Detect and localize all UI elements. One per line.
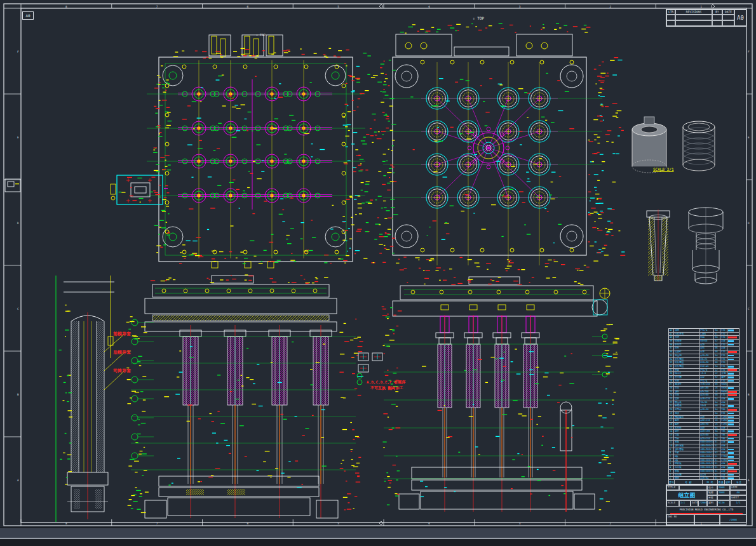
svg-text:F: F (17, 50, 19, 53)
scale-note: SCALE 2/1 (653, 167, 674, 171)
drawing-title: 组立图 (666, 490, 707, 500)
bom-table: 42油嘴PT1/404STD41行程开关LXW501STD40吊环M2404ST… (668, 328, 739, 480)
title-label: TITLE (666, 485, 679, 490)
svg-text:7: 7 (156, 5, 158, 8)
rev-header-revisions: REVISIONS (675, 10, 712, 15)
svg-text:A: A (748, 479, 750, 482)
dwgno-value (694, 514, 720, 525)
misc-symbols (356, 348, 388, 380)
svg-text:2: 2 (609, 5, 611, 8)
dim-strings-left-gap (354, 51, 385, 267)
date-value: /2008 (698, 500, 707, 507)
section-view-front-right (381, 277, 618, 522)
detail-core-insert (684, 203, 728, 286)
svg-text:E: E (748, 136, 750, 139)
rev-header-ltr: LTR (666, 10, 675, 15)
svg-text:8: 8 (65, 5, 67, 8)
svg-text:D: D (17, 222, 19, 225)
svg-text:4: 4 (428, 5, 430, 8)
svg-text:A: A (17, 479, 19, 482)
section-view-front-left (126, 274, 361, 523)
bottom-bar (0, 539, 756, 546)
red-label-2: 后模导套 (113, 350, 131, 355)
rev-header-by: BY (712, 10, 722, 15)
svg-text:C: C (17, 307, 19, 310)
svg-text:3: 3 (519, 5, 521, 8)
size-value: A0 (730, 490, 746, 495)
cad-sheet[interactable]: 8877665544332211FFEEDDCCBBAA A0 LTR REVI… (0, 0, 756, 546)
svg-text:2: 2 (609, 522, 611, 525)
bom-header-no: 序号 (669, 480, 675, 484)
red-label-1: 前模导套 (113, 332, 131, 336)
red-note-1: A,B,C,D,E,F 有顺序 (367, 380, 405, 384)
revision-table: LTR REVISIONS BY DATE A0 (666, 9, 746, 27)
scale-label: SCALE (666, 500, 679, 507)
svg-text:E: E (17, 136, 19, 139)
detail-sprue-bush (638, 210, 678, 282)
sheet-label: SHEET (730, 495, 746, 500)
svg-text:5: 5 (337, 5, 339, 8)
red-note-2: 不可互换 配对加工 (370, 385, 403, 390)
bom-header-spec: 规 格 (703, 480, 718, 484)
plan-view-core-plate (156, 35, 358, 269)
svg-text:B: B (748, 393, 750, 396)
section-view-sprue (51, 276, 126, 523)
svg-text:D: D (748, 222, 750, 225)
bom-header-qty: 数量 (718, 480, 725, 484)
rev-size-label: A0 (734, 10, 746, 26)
iso-3d-preview (623, 113, 727, 184)
red-label-3: 司筒导套 (113, 369, 131, 373)
bom-header-rem: 备注 (732, 480, 746, 484)
svg-text:4: 4 (428, 522, 430, 525)
svg-text:B: B (17, 393, 19, 396)
bom-header-mat: 材料 (725, 480, 732, 484)
sheet-value: 1/1 (730, 500, 746, 507)
size-label: SIZE (730, 485, 746, 490)
status-band (0, 528, 756, 538)
dwgno-label: DWG NO (666, 514, 694, 525)
plan-view-cavity-plate (383, 18, 602, 272)
svg-text:3: 3 (519, 522, 521, 525)
scale-value: 1:1 (679, 500, 691, 507)
svg-text:F: F (748, 50, 750, 53)
svg-text:C: C (748, 307, 750, 310)
dim-strings-right-gap (590, 57, 624, 267)
edge-symbol (4, 178, 23, 194)
bom-header-row: 序号 名 称 规 格 数量 材料 备注 (668, 479, 746, 484)
rev-header-date: DATE (722, 10, 734, 15)
title-block: TITLE 组立图 SCALE 1:1 DATE /2008 设计 2008 制… (666, 484, 746, 526)
date-label: DATE (691, 500, 698, 507)
svg-text:6: 6 (246, 5, 248, 8)
sheet-size-box: A0 (22, 11, 34, 20)
svg-text:1: 1 (700, 5, 702, 8)
bom-header-name: 名 称 (675, 480, 703, 484)
detail-view-a (109, 169, 170, 210)
